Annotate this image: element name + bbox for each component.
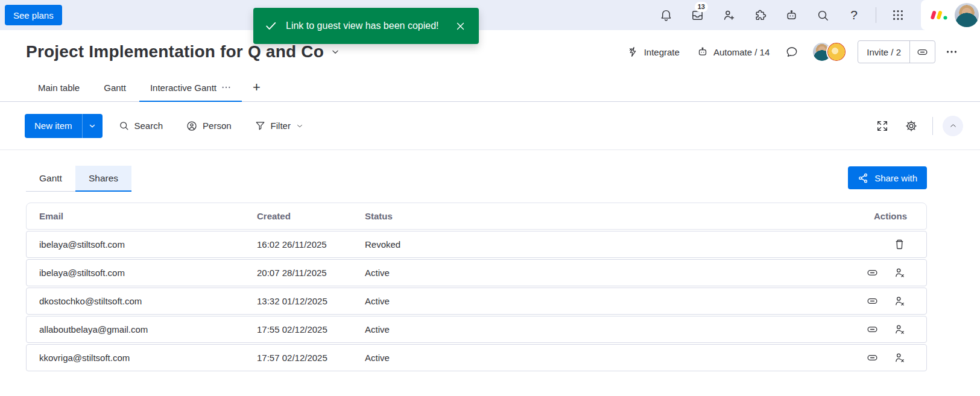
copy-board-link-button[interactable]	[909, 41, 935, 63]
product-switcher-button[interactable]	[886, 3, 910, 27]
filter-label: Filter	[271, 121, 291, 131]
copy-share-link-button[interactable]	[865, 350, 880, 365]
person-circle-icon	[186, 120, 198, 132]
link-icon	[866, 351, 879, 364]
chevron-down-icon	[296, 122, 304, 130]
automate-label: Automate / 14	[713, 47, 770, 57]
global-search-button[interactable]	[811, 3, 835, 27]
new-item-dropdown-button[interactable]	[82, 114, 103, 138]
share-email: ibelaya@stiltsoft.com	[39, 268, 257, 278]
search-icon	[118, 120, 130, 131]
assistant-button[interactable]	[779, 3, 803, 27]
share-table-row: ibelaya@stiltsoft.com 16:02 26/11/2025 R…	[26, 231, 927, 258]
revoke-user-button[interactable]	[892, 350, 907, 365]
search-board-button[interactable]: Search	[111, 115, 171, 136]
invite-button-group: Invite / 2	[858, 40, 935, 63]
integrate-button[interactable]: Integrate	[621, 41, 686, 63]
view-settings-button[interactable]	[900, 115, 923, 137]
column-header-email: Email	[39, 211, 257, 221]
person-remove-icon	[893, 323, 906, 336]
add-view-button[interactable]: +	[243, 74, 270, 101]
inbox-badge: 13	[695, 2, 708, 12]
share-actions	[841, 322, 920, 337]
filter-button[interactable]: Filter	[247, 115, 311, 136]
tab-options-dots-icon[interactable]	[221, 83, 231, 92]
copy-share-link-button[interactable]	[865, 322, 880, 337]
copy-share-link-button[interactable]	[865, 265, 880, 280]
invite-button[interactable]: Invite / 2	[858, 41, 909, 63]
close-icon	[455, 21, 466, 31]
filter-funnel-icon	[254, 120, 266, 131]
link-icon	[866, 266, 879, 279]
puzzle-icon	[753, 8, 767, 22]
share-email: dkostochko@stiltsoft.com	[39, 296, 257, 306]
person-filter-button[interactable]: Person	[179, 115, 239, 137]
share-status: Active	[365, 268, 841, 278]
inner-tab-shares[interactable]: Shares	[75, 166, 131, 191]
check-icon	[264, 19, 277, 33]
tab-interactive-gantt[interactable]: Interactive Gantt	[138, 74, 243, 101]
inner-tab-gantt[interactable]: Gantt	[26, 166, 75, 191]
automation-robot-icon	[697, 46, 709, 58]
board-more-options-button[interactable]	[940, 40, 963, 63]
revoke-user-button[interactable]	[892, 322, 907, 337]
chevron-down-icon[interactable]	[330, 46, 341, 57]
chevron-up-icon	[949, 121, 958, 130]
topbar-icon-cluster: 13 ?	[650, 0, 980, 30]
tab-main-table[interactable]: Main table	[26, 74, 92, 101]
invite-members-button[interactable]	[716, 3, 741, 27]
shares-table-body: ibelaya@stiltsoft.com 16:02 26/11/2025 R…	[26, 231, 927, 371]
share-created: 20:07 28/11/2025	[257, 268, 365, 278]
person-remove-icon	[893, 266, 906, 279]
monday-logo	[928, 8, 951, 22]
share-email: allaboutbelaya@gmail.com	[39, 324, 257, 335]
toast-close-button[interactable]	[453, 19, 468, 34]
fullscreen-button[interactable]	[871, 115, 894, 137]
top-navigation-bar: See plans 13 ?	[0, 0, 980, 30]
delete-share-button[interactable]	[892, 237, 907, 252]
user-avatar[interactable]	[955, 3, 979, 27]
robot-icon	[785, 8, 798, 22]
share-table-row: ibelaya@stiltsoft.com 20:07 28/11/2025 A…	[26, 259, 927, 286]
toolbar-divider	[932, 117, 933, 135]
automate-button[interactable]: Automate / 14	[691, 41, 776, 63]
column-header-status: Status	[365, 211, 841, 221]
person-label: Person	[203, 121, 232, 131]
share-table-row: allaboutbelaya@gmail.com 17:55 02/12/202…	[26, 316, 927, 343]
notifications-button[interactable]	[654, 3, 678, 27]
grid-icon	[891, 8, 905, 22]
revoke-user-button[interactable]	[892, 294, 907, 309]
link-icon	[916, 46, 929, 58]
board-title[interactable]: Project Implementation for Q and Co	[26, 42, 324, 61]
bell-icon	[659, 8, 673, 22]
person-add-icon	[722, 8, 736, 22]
share-status: Revoked	[365, 239, 841, 250]
board-discussion-button[interactable]	[780, 40, 803, 63]
share-icon	[858, 172, 869, 184]
member-avatar	[826, 42, 847, 62]
help-button[interactable]: ?	[842, 3, 866, 27]
revoke-user-button[interactable]	[892, 265, 907, 280]
tab-gantt[interactable]: Gantt	[92, 74, 138, 101]
see-plans-button[interactable]: See plans	[5, 5, 62, 25]
new-item-button[interactable]: New item	[25, 114, 82, 138]
view-inner-tabs: Gantt Shares	[26, 166, 131, 192]
apps-marketplace-button[interactable]	[748, 3, 772, 27]
person-remove-icon	[893, 351, 906, 364]
integrate-label: Integrate	[644, 47, 680, 57]
board-members-avatars[interactable]	[812, 42, 847, 62]
share-with-button[interactable]: Share with	[848, 166, 927, 189]
copy-share-link-button[interactable]	[865, 294, 880, 309]
collapse-toolbar-button[interactable]	[943, 116, 963, 136]
person-remove-icon	[893, 295, 906, 307]
search-icon	[816, 8, 830, 22]
link-icon	[866, 295, 879, 307]
share-created: 17:57 02/12/2025	[257, 353, 365, 363]
share-created: 16:02 26/11/2025	[257, 239, 365, 250]
share-table-row: kkovriga@stiltsoft.com 17:57 02/12/2025 …	[26, 344, 927, 371]
column-header-created: Created	[257, 211, 365, 221]
account-pill	[921, 0, 980, 30]
share-actions	[841, 294, 920, 309]
share-status: Active	[365, 296, 841, 306]
inbox-button[interactable]: 13	[685, 3, 709, 27]
